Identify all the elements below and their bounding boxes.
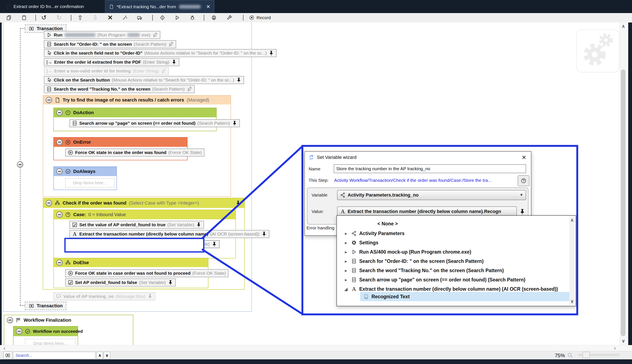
step-message-tracking-no[interactable]: Value of AP tracking_no (Message Box)	[53, 292, 155, 300]
pin-icon[interactable]	[212, 242, 217, 247]
search-input[interactable]	[13, 352, 95, 359]
expander-collapsed-icon[interactable]: ▸	[343, 278, 349, 282]
select-case-header[interactable]: Check if the order was found (Select Cas…	[43, 198, 244, 208]
chevron-down-icon[interactable]: ∨	[570, 299, 574, 304]
pin-icon[interactable]	[232, 120, 237, 126]
breakpoint-diamond-button[interactable]	[156, 13, 168, 22]
record-button[interactable]: Record	[249, 13, 271, 22]
debug-bug-button[interactable]	[186, 13, 198, 22]
doaction-header[interactable]: DoAction	[54, 108, 216, 117]
step-search-tracking-no[interactable]: Search the word "Tracking No." on the sc…	[44, 85, 195, 93]
redo-button[interactable]: ↻	[53, 13, 65, 22]
move-down-button[interactable]: ⇩	[89, 13, 101, 22]
canvas-horizontal-scrollbar[interactable]: ‹ ›	[0, 345, 632, 351]
workflow-finalization-header[interactable]: Workflow Finalization	[4, 316, 74, 325]
scrollbar-thumb[interactable]	[621, 70, 625, 336]
expander-collapsed-icon[interactable]: ▸	[343, 259, 349, 264]
find-button[interactable]	[3, 352, 12, 359]
name-field[interactable]	[334, 164, 526, 173]
collapse-button[interactable]	[56, 139, 63, 145]
step-force-ok-not-found[interactable]: Force OK state in case order was not fou…	[65, 269, 229, 277]
delivery-truck-button[interactable]	[134, 13, 146, 22]
step-click-search-field[interactable]: Click in the search field next to "Order…	[44, 49, 277, 57]
value-field[interactable]: A Extract the transaction number (direct…	[337, 206, 517, 216]
dropdown-item-none[interactable]: < None >	[377, 219, 398, 228]
chevron-down-icon[interactable]: ∨	[620, 338, 627, 344]
dropdown-item-recognized-text[interactable]: Recognized Text	[363, 292, 410, 301]
step-search-arrow-up[interactable]: Search arrow up "page" on screen (== ord…	[69, 119, 240, 127]
pin-icon[interactable]	[147, 294, 153, 299]
collapse-button[interactable]	[46, 97, 52, 103]
collapse-button[interactable]	[17, 161, 23, 168]
dialog-close-icon[interactable]: ✕	[521, 154, 526, 161]
collapse-button[interactable]	[56, 168, 63, 175]
pin-icon[interactable]	[168, 280, 173, 285]
search-next-button[interactable]: ∨	[104, 352, 110, 359]
chevron-up-icon[interactable]: ∧	[620, 24, 627, 29]
expander-collapsed-icon[interactable]: ▸	[343, 231, 349, 236]
unpin-icon[interactable]	[160, 67, 167, 75]
workflow-run-succeeded-header[interactable]: Workflow run succeeded	[14, 326, 78, 336]
step-set-orderid-true[interactable]: Set the value of AP orderid_found to tru…	[69, 221, 204, 229]
step-enter-invalid-order-id[interactable]: |→ Enter a non-valid order id for testin…	[44, 67, 169, 75]
value-pin-icon[interactable]	[519, 208, 525, 215]
scroll-right-icon[interactable]: ›	[614, 344, 616, 352]
transaction-node-bottom[interactable]: Transaction	[25, 302, 66, 310]
collapse-button[interactable]	[7, 317, 13, 323]
copy-button[interactable]	[3, 13, 15, 22]
onerror-header[interactable]: OnError	[54, 138, 187, 147]
step-set-orderid-false[interactable]: Set AP orderid_found to false (Set Varia…	[65, 278, 176, 286]
pin-icon[interactable]	[196, 222, 201, 228]
unpin-icon[interactable]	[185, 85, 193, 93]
canvas-vertical-scrollbar[interactable]: ∧ ∨	[620, 22, 627, 345]
dropdown-item-search-tracking-no[interactable]: ▸ Search the word "Tracking No." on the …	[343, 266, 504, 275]
collapse-button[interactable]	[16, 328, 22, 334]
zoom-slider-thumb[interactable]	[583, 352, 590, 358]
unpin-icon[interactable]	[167, 40, 175, 48]
variable-select[interactable]: Activity Parameters.tracking_no ▼	[337, 190, 526, 200]
unpin-icon[interactable]	[151, 31, 159, 39]
drop-zone[interactable]: Drop Items here...	[65, 178, 115, 188]
help-button[interactable]	[518, 175, 529, 186]
step-run-program[interactable]: Run (Run Program exe)	[44, 31, 160, 39]
dropdown-item-search-order-id[interactable]: ▸ Search for "Order-ID: " on the screen …	[343, 256, 484, 266]
pin-icon[interactable]	[269, 50, 274, 56]
collapse-button[interactable]	[56, 212, 63, 218]
dropdown-item-search-arrow-up[interactable]: ▸ Search arrow up "page" on screen (== o…	[343, 275, 525, 284]
dropdown-scrollbar[interactable]: ∧ ∨	[569, 216, 575, 305]
dropdown-item-run-as400[interactable]: ▸ Run AS/400 mock-up (Run Program chrome…	[343, 247, 471, 256]
dropdown-item-activity-parameters[interactable]: ▸ Activity Parameters	[343, 229, 404, 238]
wizard-wand-button[interactable]	[119, 13, 131, 22]
scroll-left-icon[interactable]: ‹	[3, 344, 6, 352]
doelse-header[interactable]: DoElse	[54, 258, 208, 267]
delete-button[interactable]: ✕	[104, 13, 116, 22]
step-extract-transaction-number[interactable]: A Extract the transaction number (direct…	[69, 230, 269, 238]
this-step-link[interactable]: Activity Workflow/Transaction/Check if t…	[334, 178, 515, 183]
doalways-header[interactable]: DoAlways	[54, 167, 116, 176]
step-search-order-id[interactable]: Search for "Order-ID: " on the screen (S…	[44, 40, 176, 48]
run-button[interactable]	[171, 13, 183, 22]
print-button[interactable]	[208, 13, 220, 22]
step-click-search-button[interactable]: Click on the Search button (Mouse Action…	[44, 76, 244, 84]
step-force-ok-found[interactable]: Force OK state in case the order was fou…	[65, 148, 204, 156]
pin-icon[interactable]	[261, 231, 267, 237]
collapse-button[interactable]	[46, 200, 52, 206]
paste-button[interactable]	[18, 13, 30, 22]
move-up-button[interactable]: ⇧	[74, 13, 86, 22]
tab-tracking-number[interactable]: *Extract tracking No...der from ✕	[105, 0, 214, 13]
step-enter-order-id[interactable]: |→ Enter the order id extracted from the…	[44, 58, 179, 66]
tab-order-confirmation[interactable]: Extract order ID fro...er confirmation	[2, 0, 88, 13]
drop-zone[interactable]: Drop Items here...	[25, 339, 76, 345]
collapse-button[interactable]	[56, 110, 63, 116]
dropdown-item-settings[interactable]: ▸ Settings	[343, 238, 378, 247]
pin-icon[interactable]	[236, 200, 241, 206]
chevron-up-icon[interactable]: ∧	[570, 218, 574, 223]
collapse-button[interactable]	[56, 260, 63, 266]
dialog-titlebar[interactable]: Set Variable wizard	[309, 154, 356, 160]
expander-collapsed-icon[interactable]: ▸	[343, 240, 349, 245]
expander-collapsed-icon[interactable]: ▸	[343, 268, 349, 273]
pin-icon[interactable]	[236, 77, 242, 83]
managed-block-header[interactable]: Try to find the image of no search resul…	[43, 96, 231, 104]
undo-button[interactable]: ↺	[38, 13, 50, 22]
case-header[interactable]: Case: 0 = Inbound Value	[54, 210, 236, 219]
